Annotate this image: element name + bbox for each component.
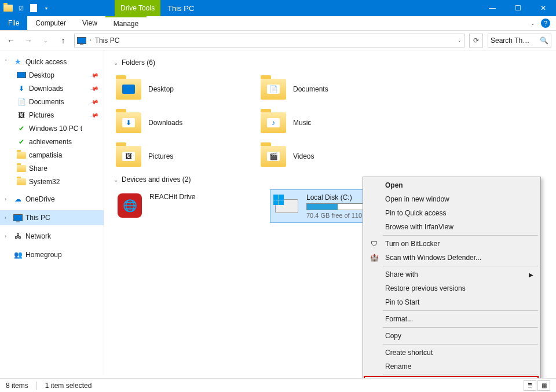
tree-item[interactable]: ✔Windows 10 PC t [0, 122, 104, 135]
tree-item[interactable]: 🖼Pictures📌 [0, 108, 104, 122]
quick-access-toolbar: ☑ ▾ [0, 3, 51, 13]
cm-create-shortcut[interactable]: Create shortcut [364, 346, 539, 360]
recent-dropdown-icon[interactable]: ⌄ [39, 34, 52, 47]
search-input[interactable]: Search Th… 🔍 [488, 34, 551, 47]
cm-bitlocker[interactable]: 🛡Turn on BitLocker [364, 237, 539, 251]
folder-videos[interactable]: 🎬Videos [258, 140, 403, 173]
cm-copy[interactable]: Copy [364, 329, 539, 343]
contextual-tab-drive-tools: Drive Tools [115, 0, 160, 16]
tree-homegroup[interactable]: 👥Homegroup [0, 247, 104, 262]
tab-view[interactable]: View [74, 16, 105, 30]
cm-separator [383, 310, 538, 311]
window-title: This PC [167, 4, 194, 13]
status-bar: 8 items 1 item selected ≣ ▦ [0, 378, 556, 392]
pin-icon: 📌 [90, 111, 99, 120]
status-selection: 1 item selected [45, 382, 92, 390]
folder-desktop[interactable]: Desktop [114, 72, 258, 106]
tree-item[interactable]: 📄Documents📌 [0, 95, 104, 108]
checkbox-icon[interactable]: ☑ [16, 3, 25, 13]
cm-open[interactable]: Open [364, 178, 539, 192]
tab-manage[interactable]: Manage [105, 16, 147, 30]
address-dropdown-icon[interactable]: ⌄ [458, 38, 462, 43]
folder-downloads[interactable]: ⬇Downloads [114, 106, 258, 140]
defender-icon: 🏰 [369, 254, 379, 262]
submenu-arrow-icon: ▶ [529, 272, 533, 278]
tree-item[interactable]: ⬇Downloads📌 [0, 82, 104, 95]
tree-thispc[interactable]: ›This PC [0, 210, 104, 225]
qa-dropdown-icon[interactable]: ▾ [42, 3, 51, 13]
thispc-icon [77, 37, 86, 44]
minimize-button[interactable]: — [480, 0, 505, 16]
cm-pin-quick-access[interactable]: Pin to Quick access [364, 206, 539, 220]
ribbon-tabs: File Computer View Manage ⌄ ? [0, 16, 556, 31]
cm-separator [383, 327, 538, 328]
close-button[interactable]: ✕ [531, 0, 556, 16]
pin-icon: 📌 [90, 71, 99, 80]
disk-icon [275, 199, 298, 213]
new-doc-icon[interactable] [29, 3, 38, 13]
tree-network[interactable]: ›🖧Network [0, 229, 104, 244]
cm-separator [383, 344, 538, 345]
tree-item[interactable]: Desktop📌 [0, 68, 104, 82]
section-folders[interactable]: ⌄Folders (6) [114, 58, 547, 67]
cm-rename[interactable]: Rename [364, 360, 539, 373]
folder-icon[interactable] [3, 3, 13, 13]
forward-button[interactable]: → [22, 34, 35, 47]
view-details-button[interactable]: ≣ [524, 380, 536, 391]
folder-documents[interactable]: 📄Documents [258, 72, 403, 106]
titlebar: ☑ ▾ Drive Tools This PC — ☐ ✕ [0, 0, 556, 16]
tab-computer[interactable]: Computer [27, 16, 74, 30]
search-placeholder: Search Th… [491, 36, 529, 45]
navigation-pane: ˅★Quick access Desktop📌 ⬇Downloads📌 📄Doc… [0, 50, 104, 375]
cm-restore-versions[interactable]: Restore previous versions [364, 281, 539, 295]
pin-icon: 📌 [90, 84, 99, 93]
search-icon: 🔍 [540, 36, 548, 45]
cm-separator [383, 375, 538, 375]
cm-open-new-window[interactable]: Open in new window [364, 192, 539, 206]
ribbon-collapse-icon[interactable]: ⌄ [531, 20, 535, 26]
context-menu: Open Open in new window Pin to Quick acc… [363, 177, 541, 392]
tree-onedrive[interactable]: ›☁OneDrive [0, 192, 104, 207]
refresh-button[interactable]: ⟳ [469, 34, 483, 47]
folder-pictures[interactable]: 🖼Pictures [114, 140, 258, 173]
cm-separator [383, 235, 538, 236]
up-button[interactable]: ↑ [57, 34, 70, 47]
back-button[interactable]: ← [5, 34, 17, 47]
tab-file[interactable]: File [0, 16, 27, 30]
pin-icon: 📌 [90, 97, 99, 107]
cm-separator [383, 266, 538, 266]
tree-item[interactable]: System32 [0, 175, 104, 188]
address-bar[interactable]: › This PC ⌄ [74, 34, 464, 47]
folder-music[interactable]: ♪Music [258, 106, 403, 140]
breadcrumb-location[interactable]: This PC [95, 36, 120, 45]
cm-browse-irfanview[interactable]: Browse with IrfanView [364, 220, 539, 234]
cm-share-with[interactable]: Share with▶ [364, 268, 539, 281]
address-bar-row: ← → ⌄ ↑ › This PC ⌄ ⟳ Search Th… 🔍 [0, 31, 556, 50]
cm-pin-to-start[interactable]: Pin to Start [364, 295, 539, 309]
status-item-count: 8 items [6, 382, 28, 390]
cm-defender-scan[interactable]: 🏰Scan with Windows Defender... [364, 251, 539, 265]
help-icon[interactable]: ? [541, 19, 550, 28]
tree-item[interactable]: ✔achievements [0, 135, 104, 148]
reachit-icon: 🌐 [118, 193, 142, 218]
drive-reachit[interactable]: 🌐 REACHit Drive [114, 189, 258, 223]
cm-format[interactable]: Format... [364, 312, 539, 326]
tree-quick-access[interactable]: ˅★Quick access [0, 55, 104, 68]
view-icons-button[interactable]: ▦ [537, 380, 550, 391]
tree-item[interactable]: Share [0, 162, 104, 175]
maximize-button[interactable]: ☐ [505, 0, 531, 16]
breadcrumb-chevron-icon[interactable]: › [90, 38, 92, 43]
shield-icon: 🛡 [369, 240, 379, 248]
tree-item[interactable]: campatisia [0, 148, 104, 162]
